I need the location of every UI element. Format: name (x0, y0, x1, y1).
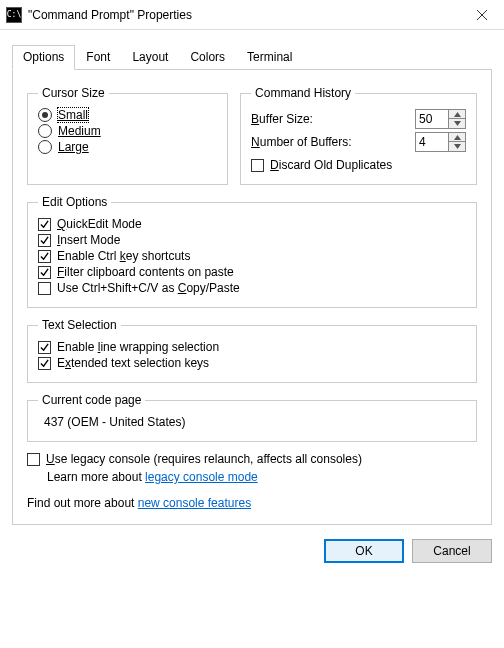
buffer-size-input[interactable] (415, 109, 449, 129)
checkbox-icon (38, 250, 51, 263)
checkbox-icon (27, 453, 40, 466)
tab-options[interactable]: Options (12, 45, 75, 70)
svg-marker-4 (454, 135, 461, 140)
legacy-label: Use legacy console (requires relaunch, a… (46, 452, 362, 466)
radio-cursor-medium[interactable]: Medium (38, 124, 217, 138)
close-icon (477, 10, 487, 20)
checkbox-icon (38, 234, 51, 247)
spinner-down-icon[interactable] (449, 119, 465, 128)
num-buffers-input[interactable] (415, 132, 449, 152)
tab-layout[interactable]: Layout (121, 45, 179, 70)
extended-label: Extended text selection keys (57, 356, 209, 370)
radio-label-large: Large (58, 140, 89, 154)
insert-label: Insert Mode (57, 233, 120, 247)
code-page-group: Current code page 437 (OEM - United Stat… (27, 393, 477, 442)
code-page-value: 437 (OEM - United States) (38, 413, 466, 431)
discard-label: Discard Old Duplicates (270, 158, 392, 172)
radio-label-small: Small (58, 108, 88, 122)
close-button[interactable] (459, 0, 504, 29)
link-new-console-features[interactable]: new console features (138, 496, 251, 510)
cmd-icon: C:\ (6, 7, 22, 23)
checkbox-icon (38, 266, 51, 279)
dialog-content: Options Font Layout Colors Terminal Curs… (0, 30, 504, 575)
quickedit-label: QuickEdit Mode (57, 217, 142, 231)
options-pane: Cursor Size Small Medium Large Command H… (12, 70, 492, 525)
filter-label: Filter clipboard contents on paste (57, 265, 234, 279)
legacy-learn-more: Learn more about legacy console mode (47, 470, 477, 484)
ok-button[interactable]: OK (324, 539, 404, 563)
dialog-buttons: OK Cancel (12, 539, 492, 563)
checkbox-discard-duplicates[interactable]: Discard Old Duplicates (251, 158, 466, 172)
titlebar: C:\ "Command Prompt" Properties (0, 0, 504, 30)
command-history-group: Command History Buffer Size: Number of B… (240, 86, 477, 185)
checkbox-ctrl-shortcuts[interactable]: Enable Ctrl key shortcuts (38, 249, 466, 263)
checkbox-icon (38, 341, 51, 354)
spinner-up-icon[interactable] (449, 110, 465, 119)
ctrlshift-label: Use Ctrl+Shift+C/V as Copy/Paste (57, 281, 240, 295)
radio-cursor-large[interactable]: Large (38, 140, 217, 154)
spinner-down-icon[interactable] (449, 142, 465, 151)
buffer-size-spinner[interactable] (415, 109, 466, 129)
edit-options-group: Edit Options QuickEdit Mode Insert Mode … (27, 195, 477, 308)
cursor-size-group: Cursor Size Small Medium Large (27, 86, 228, 185)
checkbox-insert-mode[interactable]: Insert Mode (38, 233, 466, 247)
code-page-legend: Current code page (38, 393, 145, 407)
find-out-more: Find out more about new console features (27, 496, 477, 510)
tab-terminal[interactable]: Terminal (236, 45, 303, 70)
tab-colors[interactable]: Colors (179, 45, 236, 70)
checkbox-filter-clipboard[interactable]: Filter clipboard contents on paste (38, 265, 466, 279)
command-history-legend: Command History (251, 86, 355, 100)
link-legacy-console[interactable]: legacy console mode (145, 470, 258, 484)
radio-icon (38, 124, 52, 138)
radio-icon (38, 108, 52, 122)
num-buffers-spinner[interactable] (415, 132, 466, 152)
text-selection-legend: Text Selection (38, 318, 121, 332)
cancel-button[interactable]: Cancel (412, 539, 492, 563)
checkbox-extended-selection[interactable]: Extended text selection keys (38, 356, 466, 370)
tab-font[interactable]: Font (75, 45, 121, 70)
ctrl-label: Enable Ctrl key shortcuts (57, 249, 190, 263)
checkbox-icon (251, 159, 264, 172)
buffer-size-label: Buffer Size: (251, 112, 415, 126)
checkbox-icon (38, 218, 51, 231)
radio-icon (38, 140, 52, 154)
cursor-size-legend: Cursor Size (38, 86, 109, 100)
svg-marker-5 (454, 144, 461, 149)
spinner-up-icon[interactable] (449, 133, 465, 142)
line-wrap-label: Enable line wrapping selection (57, 340, 219, 354)
num-buffers-label: Number of Buffers: (251, 135, 415, 149)
checkbox-quickedit[interactable]: QuickEdit Mode (38, 217, 466, 231)
edit-options-legend: Edit Options (38, 195, 111, 209)
checkbox-icon (38, 357, 51, 370)
text-selection-group: Text Selection Enable line wrapping sele… (27, 318, 477, 383)
checkbox-legacy-console[interactable]: Use legacy console (requires relaunch, a… (27, 452, 477, 466)
radio-label-medium: Medium (58, 124, 101, 138)
checkbox-line-wrap[interactable]: Enable line wrapping selection (38, 340, 466, 354)
svg-marker-3 (454, 121, 461, 126)
checkbox-ctrlshift-cv[interactable]: Use Ctrl+Shift+C/V as Copy/Paste (38, 281, 466, 295)
radio-cursor-small[interactable]: Small (38, 108, 217, 122)
checkbox-icon (38, 282, 51, 295)
svg-marker-2 (454, 112, 461, 117)
tab-strip: Options Font Layout Colors Terminal (12, 44, 492, 70)
window-title: "Command Prompt" Properties (28, 8, 459, 22)
